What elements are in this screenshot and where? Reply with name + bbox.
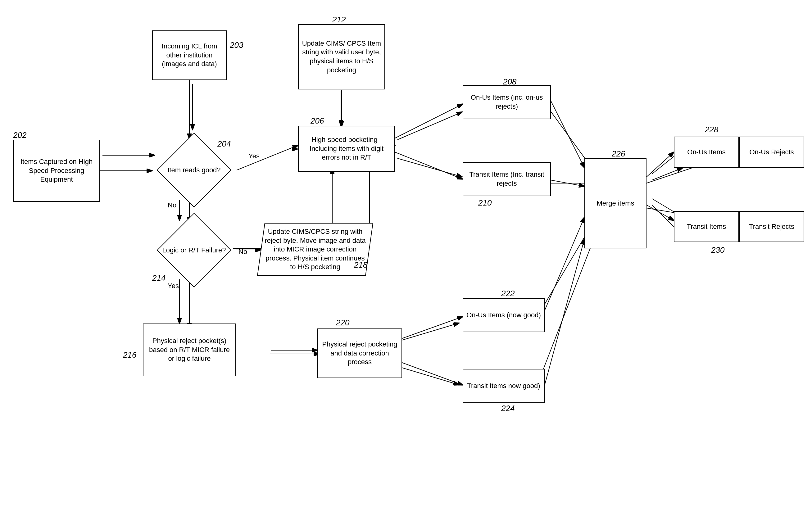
node-220: Physical reject pocketing and data corre…: [317, 329, 402, 378]
label-218: 218: [354, 260, 367, 270]
label-228: 228: [705, 125, 718, 134]
label-208: 208: [503, 77, 516, 87]
svg-line-15: [398, 367, 460, 385]
label-226: 226: [612, 149, 625, 159]
label-216: 216: [123, 350, 136, 360]
node-202-label: Items Captured on High Speed Processing …: [16, 157, 97, 184]
node-230-1: Transit Items: [674, 211, 739, 242]
label-214: 214: [152, 273, 166, 283]
node-210-label: Transit Items (Inc. transit rejects: [466, 170, 548, 188]
node-230-2-label: Transit Rejects: [749, 222, 794, 231]
node-230-2: Transit Rejects: [739, 211, 804, 242]
svg-line-17: [537, 233, 596, 385]
yes-label-214: Yes: [168, 282, 179, 290]
label-230: 230: [711, 245, 724, 255]
no-label-214: No: [238, 248, 247, 256]
label-212: 212: [332, 15, 346, 24]
node-206-label: High-speed pocketing - Including items w…: [301, 135, 392, 162]
svg-line-7: [398, 158, 463, 177]
node-228-2-label: On-Us Rejects: [749, 148, 794, 157]
svg-line-36: [402, 362, 463, 385]
node-208: On-Us Items (inc. on-us rejects): [463, 85, 551, 119]
svg-line-39: [646, 152, 674, 177]
svg-line-28: [395, 152, 463, 179]
node-224: Transit Items now good): [463, 369, 545, 403]
svg-line-29: [551, 101, 584, 168]
node-230-1-label: Transit Items: [687, 222, 726, 231]
node-228-1-label: On-Us Items: [687, 148, 726, 157]
node-incoming-icl-label: Incoming ICL from other institution (ima…: [155, 42, 224, 69]
svg-line-37: [545, 217, 584, 311]
node-216: Physical reject pocket(s) based on R/T M…: [143, 324, 236, 376]
node-224-label: Transit Items now good): [467, 382, 540, 391]
label-206: 206: [310, 116, 324, 126]
node-220-label: Physical reject pocketing and data corre…: [321, 340, 399, 367]
node-228-2: On-Us Rejects: [739, 136, 804, 168]
node-212-label: Update CIMS/ CPCS Item string with valid…: [301, 39, 382, 74]
svg-line-6: [398, 112, 463, 140]
node-204-label: Item reads good?: [167, 166, 221, 175]
node-228-1: On-Us Items: [674, 136, 739, 168]
label-210: 210: [478, 198, 491, 208]
svg-line-38: [545, 239, 584, 385]
svg-line-14: [398, 323, 460, 341]
yes-label-204: Yes: [248, 152, 259, 160]
label-220: 220: [336, 318, 349, 328]
node-222-label: On-Us Items (now good): [466, 311, 541, 320]
node-212: Update CIMS/ CPCS Item string with valid…: [298, 24, 385, 90]
node-210: Transit Items (Inc. transit rejects: [463, 162, 551, 196]
node-218-label: Update CIMS/CPCS string with reject byte…: [264, 227, 366, 272]
svg-line-30: [551, 180, 584, 186]
label-203: 203: [230, 40, 243, 50]
node-216-label: Physical reject pocket(s) based on R/T M…: [146, 337, 233, 363]
node-226-label: Merge items: [596, 199, 634, 208]
node-202: Items Captured on High Speed Processing …: [13, 140, 100, 202]
node-incoming-icl: Incoming ICL from other institution (ima…: [152, 31, 227, 80]
label-202: 202: [13, 130, 26, 140]
no-label-204: No: [168, 201, 176, 209]
node-222: On-Us Items (now good): [463, 298, 545, 332]
label-224: 224: [501, 404, 515, 413]
svg-line-25: [237, 145, 298, 170]
label-222: 222: [501, 289, 515, 298]
node-206: High-speed pocketing - Including items w…: [298, 126, 395, 172]
svg-line-41: [646, 205, 674, 220]
svg-line-19: [652, 168, 683, 180]
node-208-label: On-Us Items (inc. on-us rejects): [466, 93, 548, 111]
label-204: 204: [217, 139, 231, 149]
node-214: Logic or R/T Failure?: [152, 219, 236, 281]
node-226: Merge items: [584, 158, 646, 248]
svg-line-35: [402, 317, 463, 338]
node-214-label: Logic or R/T Failure?: [162, 246, 226, 255]
svg-line-27: [395, 104, 463, 138]
